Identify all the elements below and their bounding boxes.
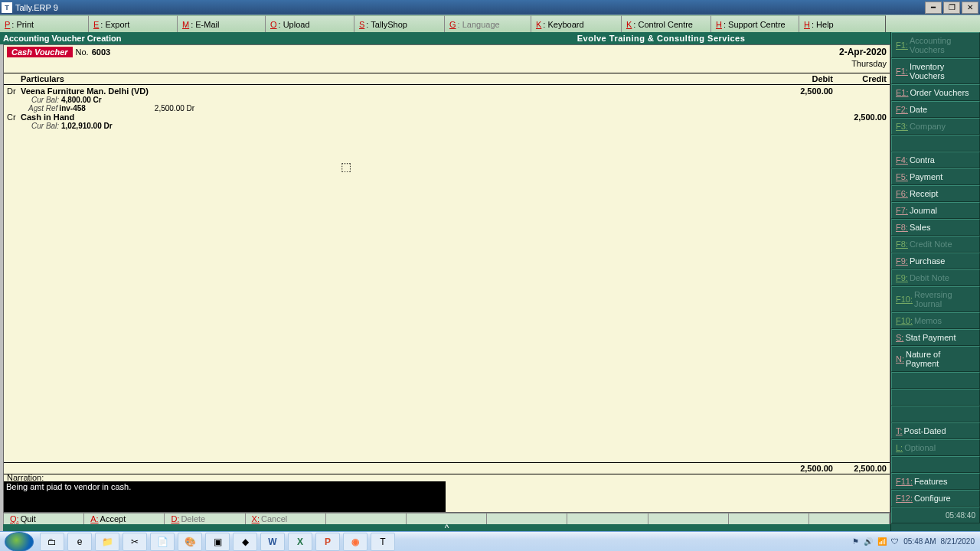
sidebar-debit-note[interactable]: F9: Debit Note bbox=[891, 269, 980, 286]
taskbar-excel-icon[interactable]: X bbox=[288, 533, 312, 551]
menu-language[interactable]: G: Language bbox=[445, 15, 531, 32]
sidebar-stat-payment[interactable]: S: Stat Payment bbox=[891, 329, 980, 346]
voucher-type-badge: Cash Voucher bbox=[7, 47, 73, 57]
app-icon: T bbox=[2, 2, 12, 13]
sidebar-sys-time: 05:48:40 bbox=[891, 507, 980, 523]
voucher-day: Thursday bbox=[4, 59, 890, 73]
menu-export[interactable]: E: Export bbox=[89, 15, 178, 32]
ledger-line[interactable]: CrCash in Hand2,500.00 bbox=[7, 112, 887, 122]
sidebar-features[interactable]: F11: Features bbox=[891, 473, 980, 490]
sidebar-contra[interactable]: F4: Contra bbox=[891, 152, 980, 168]
taskbar-folder-icon[interactable]: 📁 bbox=[95, 533, 119, 551]
sidebar-credit-note[interactable]: F8: Credit Note bbox=[891, 236, 980, 253]
calculator-strip[interactable]: ^ bbox=[3, 524, 890, 531]
tray-volume-icon[interactable]: 🔊 bbox=[864, 537, 873, 546]
title-bar: T Tally.ERP 9 ━ ❐ ✕ bbox=[0, 0, 980, 15]
maximize-button[interactable]: ❐ bbox=[943, 2, 960, 14]
menu-tallyshop[interactable]: S: TallyShop bbox=[354, 15, 445, 32]
sidebar-accounting-vouchers[interactable]: F1: Accounting Vouchers bbox=[891, 32, 980, 58]
action-spacer bbox=[809, 514, 890, 524]
sidebar-sales[interactable]: F8: Sales bbox=[891, 219, 980, 236]
close-button[interactable]: ✕ bbox=[962, 2, 978, 14]
action-spacer bbox=[729, 514, 809, 524]
sidebar-optional[interactable]: L: Optional bbox=[891, 439, 980, 456]
voucher-work-area: Cash Voucher No. 6003 2-Apr-2020 Thursda… bbox=[3, 44, 890, 513]
section-title: Accounting Voucher Creation bbox=[3, 34, 393, 43]
total-credit: 2,500.00 bbox=[833, 464, 887, 473]
sidebar-inventory-vouchers[interactable]: F1: Inventory Vouchers bbox=[891, 58, 980, 84]
cur-bal: Cur Bal: 1,02,910.00 Dr bbox=[7, 122, 887, 130]
menu-help[interactable]: H: Help bbox=[799, 15, 886, 32]
sidebar-nature-of-payment[interactable]: N: Nature of Payment bbox=[891, 346, 980, 372]
sidebar-payment[interactable]: F5: Payment bbox=[891, 168, 980, 185]
company-name: Evolve Training & Consulting Services bbox=[393, 34, 930, 43]
windows-taskbar: 🗀 e 📁 ✂ 📄 🎨 ▣ ◆ W X P ◉ T ⚑ 🔊 📶 🛡 05:48 … bbox=[0, 531, 980, 551]
bill-ref[interactable]: Agst Refinv-4582,500.00 Dr bbox=[7, 104, 887, 112]
minimize-button[interactable]: ━ bbox=[925, 2, 942, 14]
taskbar-powerpoint-icon[interactable]: P bbox=[315, 533, 340, 551]
start-button[interactable] bbox=[5, 532, 34, 552]
right-sidebar: F1: Accounting VouchersF1: Inventory Vou… bbox=[890, 32, 980, 531]
sidebar-post-dated[interactable]: T: Post-Dated bbox=[891, 422, 980, 439]
action-spacer bbox=[648, 514, 729, 524]
taskbar-explorer-icon[interactable]: 🗀 bbox=[40, 533, 64, 551]
tray-flag-icon[interactable]: ⚑ bbox=[852, 537, 859, 546]
tray-date[interactable]: 8/21/2020 bbox=[941, 537, 975, 546]
taskbar-word-icon[interactable]: W bbox=[260, 533, 285, 551]
sidebar-blank bbox=[891, 406, 980, 422]
cur-bal: Cur Bal: 4,800.00 Cr bbox=[7, 96, 887, 104]
sidebar-order-vouchers[interactable]: E1: Order Vouchers bbox=[891, 84, 980, 101]
sidebar-purchase[interactable]: F9: Purchase bbox=[891, 253, 980, 269]
menu-keyboard[interactable]: K: Keyboard bbox=[531, 15, 622, 32]
tray-time[interactable]: 05:48 AM bbox=[903, 537, 936, 546]
taskbar-firefox-icon[interactable]: ◉ bbox=[343, 533, 368, 551]
action-cancel: X: Cancel bbox=[246, 514, 326, 524]
total-debit: 2,500.00 bbox=[764, 464, 833, 473]
menu-upload[interactable]: O: Upload bbox=[266, 15, 354, 32]
section-header: Accounting Voucher Creation Evolve Train… bbox=[0, 32, 980, 44]
action-quit[interactable]: Q: Quit bbox=[4, 514, 84, 524]
window-title: Tally.ERP 9 bbox=[15, 3, 923, 12]
action-accept[interactable]: A: Accept bbox=[84, 514, 165, 524]
taskbar-ie-icon[interactable]: e bbox=[67, 533, 92, 551]
sidebar-journal[interactable]: F7: Journal bbox=[891, 202, 980, 219]
tray-network-icon[interactable]: 📶 bbox=[877, 537, 887, 546]
menu-e-mail[interactable]: M: E-Mail bbox=[178, 15, 266, 32]
sidebar-blank bbox=[891, 372, 980, 389]
taskbar-paint-icon[interactable]: 🎨 bbox=[178, 533, 202, 551]
sidebar-configure[interactable]: F12: Configure bbox=[891, 490, 980, 507]
menu-support-centre[interactable]: H: Support Centre bbox=[711, 15, 799, 32]
column-header: Particulars Debit Credit bbox=[4, 73, 890, 85]
voucher-no[interactable]: 6003 bbox=[92, 47, 110, 57]
menu-bar: P: PrintE: ExportM: E-MailO: UploadS: Ta… bbox=[0, 15, 980, 32]
sidebar-blank bbox=[891, 456, 980, 473]
taskbar-notepad-icon[interactable]: 📄 bbox=[150, 533, 175, 551]
taskbar-app-icon[interactable]: ◆ bbox=[233, 533, 257, 551]
tray-shield-icon[interactable]: 🛡 bbox=[891, 537, 899, 546]
entries-area[interactable]: DrVeena Furniture Man. Delhi (VD)2,500.0… bbox=[4, 85, 890, 132]
system-tray[interactable]: ⚑ 🔊 📶 🛡 05:48 AM 8/21/2020 bbox=[847, 532, 980, 551]
sidebar-reversing-journal[interactable]: F10: Reversing Journal bbox=[891, 286, 980, 312]
sidebar-blank bbox=[891, 135, 980, 152]
taskbar-tally-icon[interactable]: T bbox=[371, 533, 395, 551]
taskbar-cmd-icon[interactable]: ▣ bbox=[205, 533, 230, 551]
taskbar-snip-icon[interactable]: ✂ bbox=[122, 533, 147, 551]
menu-control-centre[interactable]: K: Control Centre bbox=[622, 15, 711, 32]
col-credit: Credit bbox=[833, 74, 887, 83]
col-particulars: Particulars bbox=[7, 74, 764, 83]
cursor-icon: ⬚ bbox=[341, 160, 351, 174]
action-delete: D: Delete bbox=[165, 514, 245, 524]
voucher-date[interactable]: 2-Apr-2020 bbox=[839, 47, 887, 57]
col-debit: Debit bbox=[764, 74, 833, 83]
sidebar-receipt[interactable]: F6: Receipt bbox=[891, 185, 980, 202]
ledger-line[interactable]: DrVeena Furniture Man. Delhi (VD)2,500.0… bbox=[7, 86, 887, 96]
action-spacer bbox=[487, 514, 567, 524]
sidebar-blank bbox=[891, 389, 980, 406]
voucher-no-label: No. bbox=[76, 47, 89, 57]
menu-print[interactable]: P: Print bbox=[0, 15, 89, 32]
narration-input[interactable]: Being amt piad to vendor in cash. bbox=[4, 481, 446, 512]
sidebar-date[interactable]: F2: Date bbox=[891, 101, 980, 118]
sidebar-company[interactable]: F3: Company bbox=[891, 118, 980, 135]
action-spacer bbox=[567, 514, 648, 524]
sidebar-memos[interactable]: F10: Memos bbox=[891, 312, 980, 329]
